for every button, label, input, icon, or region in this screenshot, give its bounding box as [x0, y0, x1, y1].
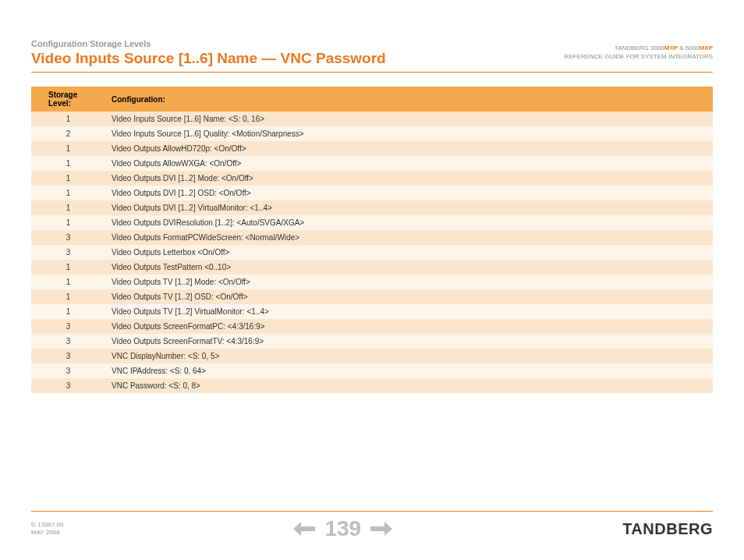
table-row: 3Video Outputs Letterbox <On/Off>: [31, 245, 713, 260]
cell-level: 3: [31, 245, 105, 260]
table-row: 1Video Outputs TV [1..2] VirtualMonitor:…: [31, 304, 713, 319]
cell-level: 3: [31, 230, 105, 245]
doc-subtitle: REFERENCE GUIDE FOR SYSTEM INTEGRATORS: [565, 52, 713, 61]
table-row: 1Video Outputs AllowHD720p: <On/Off>: [31, 141, 713, 156]
col-header-config: Configuration:: [105, 87, 713, 112]
cell-config: Video Outputs DVI [1..2] Mode: <On/Off>: [105, 171, 713, 186]
product-a: TANDBERG 3000: [615, 44, 664, 51]
page-number: 139: [324, 516, 361, 541]
table-row: 2Video Inputs Source [1..6] Quality: <Mo…: [31, 126, 713, 141]
header-divider: [31, 72, 713, 73]
cell-level: 3: [31, 363, 105, 378]
config-table: Storage Level: Configuration: 1Video Inp…: [31, 87, 713, 393]
mxp-badge: MXP: [700, 44, 713, 51]
arrow-right-icon[interactable]: [370, 522, 392, 536]
cell-config: VNC Password: <S: 0, 8>: [105, 378, 713, 393]
cell-level: 1: [31, 289, 105, 304]
cell-config: Video Outputs DVI [1..2] OSD: <On/Off>: [105, 186, 713, 200]
table-row: 3VNC Password: <S: 0, 8>: [31, 378, 713, 393]
svg-rect-1: [301, 526, 315, 531]
doc-info: D 13887.08 MAY 2008: [31, 521, 63, 537]
table-row: 1Video Outputs AllowWXGA: <On/Off>: [31, 156, 713, 171]
mxp-badge: MXP: [664, 44, 678, 51]
cell-config: Video Outputs TV [1..2] Mode: <On/Off>: [105, 275, 713, 289]
cell-config: Video Outputs TV [1..2] VirtualMonitor: …: [105, 304, 713, 319]
cell-config: VNC DisplayNumber: <S: 0, 5>: [105, 349, 713, 363]
table-row: 1Video Outputs DVIResolution [1..2]: <Au…: [31, 215, 713, 230]
table-row: 3Video Outputs ScreenFormatTV: <4:3/16:9…: [31, 334, 713, 349]
table-row: 1Video Outputs DVI [1..2] Mode: <On/Off>: [31, 171, 713, 186]
cell-level: 3: [31, 334, 105, 349]
cell-config: Video Outputs DVI [1..2] VirtualMonitor:…: [105, 200, 713, 215]
cell-level: 2: [31, 126, 105, 141]
cell-level: 1: [31, 260, 105, 275]
cell-config: Video Outputs TV [1..2] OSD: <On/Off>: [105, 289, 713, 304]
cell-config: Video Outputs TestPattern <0..10>: [105, 260, 713, 275]
table-row: 3Video Outputs FormatPCWideScreen: <Norm…: [31, 230, 713, 245]
cell-config: Video Outputs FormatPCWideScreen: <Norma…: [105, 230, 713, 245]
cell-level: 1: [31, 141, 105, 156]
cell-config: Video Outputs AllowHD720p: <On/Off>: [105, 141, 713, 156]
cell-config: Video Outputs DVIResolution [1..2]: <Aut…: [105, 215, 713, 230]
table-row: 1Video Outputs TV [1..2] Mode: <On/Off>: [31, 275, 713, 289]
table-row: 1Video Outputs DVI [1..2] OSD: <On/Off>: [31, 186, 713, 200]
table-row: 3VNC IPAddress: <S: 0, 64>: [31, 363, 713, 378]
cell-config: VNC IPAddress: <S: 0, 64>: [105, 363, 713, 378]
cell-config: Video Outputs Letterbox <On/Off>: [105, 245, 713, 260]
cell-level: 3: [31, 349, 105, 363]
cell-config: Video Inputs Source [1..6] Name: <S: 0, …: [105, 112, 713, 126]
cell-level: 1: [31, 215, 105, 230]
cell-level: 3: [31, 378, 105, 393]
table-row: 1Video Outputs TestPattern <0..10>: [31, 260, 713, 275]
cell-level: 1: [31, 112, 105, 126]
cell-config: Video Outputs ScreenFormatTV: <4:3/16:9>: [105, 334, 713, 349]
table-row: 1Video Inputs Source [1..6] Name: <S: 0,…: [31, 112, 713, 126]
product-b: & 6000: [678, 44, 700, 51]
cell-level: 1: [31, 171, 105, 186]
doc-date: MAY 2008: [31, 529, 63, 537]
cell-config: Video Outputs AllowWXGA: <On/Off>: [105, 156, 713, 171]
brand-logo: TANDBERG: [622, 520, 713, 538]
svg-marker-3: [384, 522, 392, 536]
product-info: TANDBERG 3000MXP & 6000MXP REFERENCE GUI…: [565, 44, 713, 61]
table-row: 1Video Outputs TV [1..2] OSD: <On/Off>: [31, 289, 713, 304]
cell-config: Video Inputs Source [1..6] Quality: <Mot…: [105, 126, 713, 141]
pager: 139: [293, 516, 392, 541]
arrow-left-icon[interactable]: [293, 522, 315, 536]
footer-divider: [31, 511, 713, 512]
page-header: Configuration Storage Levels Video Input…: [31, 39, 713, 73]
cell-level: 1: [31, 275, 105, 289]
table-row: 1Video Outputs DVI [1..2] VirtualMonitor…: [31, 200, 713, 215]
cell-level: 3: [31, 319, 105, 334]
doc-id: D 13887.08: [31, 521, 63, 529]
cell-level: 1: [31, 156, 105, 171]
cell-config: Video Outputs ScreenFormatPC: <4:3/16:9>: [105, 319, 713, 334]
table-row: 3VNC DisplayNumber: <S: 0, 5>: [31, 349, 713, 363]
cell-level: 1: [31, 200, 105, 215]
cell-level: 1: [31, 304, 105, 319]
svg-marker-0: [293, 522, 301, 536]
svg-rect-2: [370, 526, 384, 531]
page-footer: D 13887.08 MAY 2008 139 TANDBERG: [31, 511, 713, 541]
cell-level: 1: [31, 186, 105, 200]
col-header-level: Storage Level:: [31, 87, 105, 112]
table-row: 3Video Outputs ScreenFormatPC: <4:3/16:9…: [31, 319, 713, 334]
